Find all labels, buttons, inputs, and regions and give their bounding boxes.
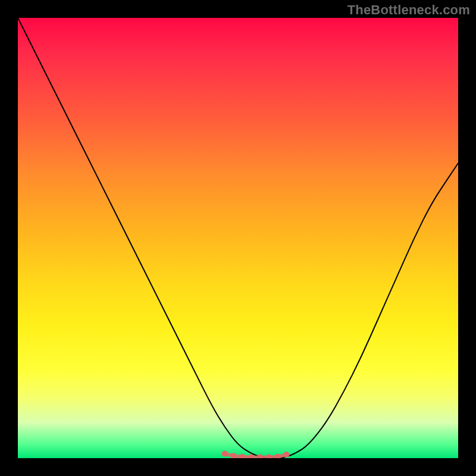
optimal-dot	[222, 451, 228, 457]
watermark-label: TheBottleneck.com	[347, 2, 470, 18]
plot-area	[18, 18, 458, 458]
chart-frame: TheBottleneck.com	[0, 0, 476, 476]
optimal-dot	[239, 454, 245, 458]
dots-layer	[18, 18, 458, 458]
optimal-range-dots	[222, 451, 290, 458]
optimal-dot	[257, 455, 263, 459]
optimal-dot	[283, 452, 289, 458]
optimal-dot	[266, 455, 272, 459]
optimal-dot	[248, 455, 254, 459]
